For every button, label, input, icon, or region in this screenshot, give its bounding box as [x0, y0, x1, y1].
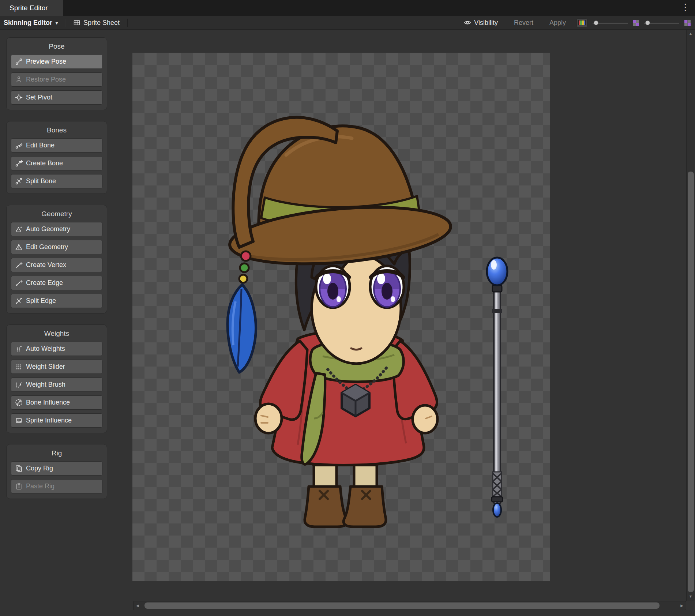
edit-bone-icon [15, 142, 23, 149]
scroll-down-arrow-icon[interactable]: ▼ [689, 595, 692, 598]
tab-bar: Sprite Editor ⋮ [0, 0, 695, 16]
set-pivot-button[interactable]: Set Pivot [11, 90, 102, 105]
button-label: Split Edge [26, 297, 56, 305]
button-label: Paste Rig [26, 482, 55, 490]
pose-panel: Pose Preview Pose Restore Pose Set Pivot [6, 37, 107, 110]
tool-sidebar: Pose Preview Pose Restore Pose Set Pivot… [6, 37, 107, 499]
mesh-opacity-slider[interactable] [644, 20, 679, 26]
scroll-up-arrow-icon[interactable]: ▲ [689, 32, 692, 35]
button-label: Sprite Influence [26, 417, 72, 424]
scroll-left-arrow-icon[interactable]: ◀ [136, 604, 139, 608]
skinning-editor-dropdown[interactable]: Skinning Editor ▾ [0, 16, 63, 29]
mesh-opacity-knob[interactable] [645, 20, 650, 25]
paste-rig-button[interactable]: Paste Rig [11, 479, 102, 493]
button-label: Bone Influence [26, 399, 70, 406]
eye-icon [464, 19, 471, 26]
create-bone-icon [15, 159, 23, 167]
button-label: Preview Pose [26, 58, 66, 65]
bone-influence-button[interactable]: Bone Influence [11, 395, 102, 410]
weight-brush-button[interactable]: Weight Brush [11, 378, 102, 392]
button-label: Set Pivot [26, 94, 52, 101]
mesh-transparency-icon [684, 20, 691, 26]
tab-sprite-editor[interactable]: Sprite Editor [0, 0, 63, 16]
panel-title: Rig [11, 449, 102, 457]
create-edge-button[interactable]: Create Edge [11, 276, 102, 290]
character-sprite[interactable] [228, 117, 453, 527]
sprite-opacity-knob[interactable] [594, 20, 598, 25]
weight-slider-icon [15, 363, 23, 371]
revert-label: Revert [514, 19, 533, 27]
weight-slider-button[interactable]: Weight Slider [11, 360, 102, 374]
button-label: Create Bone [26, 159, 63, 167]
auto-geometry-icon [15, 225, 23, 233]
revert-button[interactable]: Revert [508, 19, 539, 27]
sprite-sheet-icon [73, 19, 80, 26]
staff-sprite[interactable] [487, 258, 507, 517]
pivot-icon [15, 94, 23, 101]
button-label: Weight Brush [26, 381, 65, 388]
sprite-view[interactable] [132, 53, 550, 581]
button-label: Edit Geometry [26, 243, 68, 251]
create-vertex-button[interactable]: Create Vertex [11, 258, 102, 272]
sprite-canvas[interactable] [132, 53, 550, 581]
bone-influence-icon [15, 399, 23, 406]
button-label: Split Bone [26, 177, 56, 185]
skinning-editor-label: Skinning Editor [4, 19, 52, 27]
sprite-transparency-icon [633, 20, 639, 26]
button-label: Create Vertex [26, 261, 66, 269]
button-label: Edit Bone [26, 142, 55, 149]
preview-pose-button[interactable]: Preview Pose [11, 55, 102, 69]
vertical-scrollbar[interactable]: ▲ ▼ [686, 30, 695, 601]
vertical-scrollbar-thumb[interactable] [688, 172, 694, 592]
sprite-opacity-slider[interactable] [593, 20, 628, 26]
split-bone-button[interactable]: Split Bone [11, 174, 102, 188]
sprite-influence-button[interactable]: Sprite Influence [11, 413, 102, 428]
button-label: Weight Slider [26, 363, 65, 371]
bone-icon [15, 58, 23, 65]
split-edge-icon [15, 297, 23, 305]
create-edge-icon [15, 279, 23, 287]
kebab-menu-icon[interactable]: ⋮ [681, 3, 690, 12]
toolbar-right-group: Visibility Revert Apply [458, 18, 695, 27]
sprite-editor-window: Sprite Editor ⋮ Skinning Editor ▾ Sprite… [0, 0, 695, 616]
rig-panel: Rig Copy Rig Paste Rig [6, 444, 107, 499]
restore-pose-button[interactable]: Restore Pose [11, 72, 102, 87]
create-bone-button[interactable]: Create Bone [11, 156, 102, 170]
color-swatch-icon [578, 20, 586, 25]
chevron-down-icon: ▾ [56, 20, 58, 26]
sprite-sheet-label: Sprite Sheet [83, 19, 120, 27]
sprite-influence-icon [15, 417, 23, 424]
edit-geometry-button[interactable]: Edit Geometry [11, 240, 102, 254]
scroll-right-arrow-icon[interactable]: ▶ [680, 604, 683, 608]
copy-rig-icon [15, 465, 23, 472]
right-eye [370, 266, 404, 308]
panel-title: Weights [11, 330, 102, 338]
auto-weights-icon [15, 345, 23, 353]
toolbar-divider [65, 19, 65, 27]
apply-button[interactable]: Apply [544, 19, 571, 27]
paste-rig-icon [15, 482, 23, 490]
button-label: Auto Weights [26, 345, 65, 353]
horizontal-scrollbar-thumb[interactable] [144, 602, 660, 609]
auto-geometry-button[interactable]: Auto Geometry [11, 222, 102, 236]
visibility-button[interactable]: Visibility [458, 19, 503, 27]
button-label: Copy Rig [26, 465, 53, 472]
toolbar: Skinning Editor ▾ Sprite Sheet Visibilit… [0, 16, 695, 30]
button-label: Create Edge [26, 279, 63, 287]
sprite-sheet-button[interactable]: Sprite Sheet [68, 16, 125, 29]
split-edge-button[interactable]: Split Edge [11, 294, 102, 308]
button-label: Restore Pose [26, 76, 66, 83]
weight-brush-icon [15, 381, 23, 388]
auto-weights-button[interactable]: Auto Weights [11, 342, 102, 356]
left-eye [316, 266, 350, 308]
panel-title: Geometry [11, 210, 102, 218]
copy-rig-button[interactable]: Copy Rig [11, 461, 102, 476]
geometry-panel: Geometry Auto Geometry Edit Geometry Cre… [6, 205, 107, 313]
edit-bone-button[interactable]: Edit Bone [11, 138, 102, 153]
panel-title: Pose [11, 42, 102, 50]
split-bone-icon [15, 177, 23, 185]
panel-title: Bones [11, 126, 102, 134]
person-icon [15, 76, 23, 83]
horizontal-scrollbar[interactable]: ◀ ▶ [133, 601, 686, 610]
color-swatch-button[interactable] [576, 18, 587, 27]
